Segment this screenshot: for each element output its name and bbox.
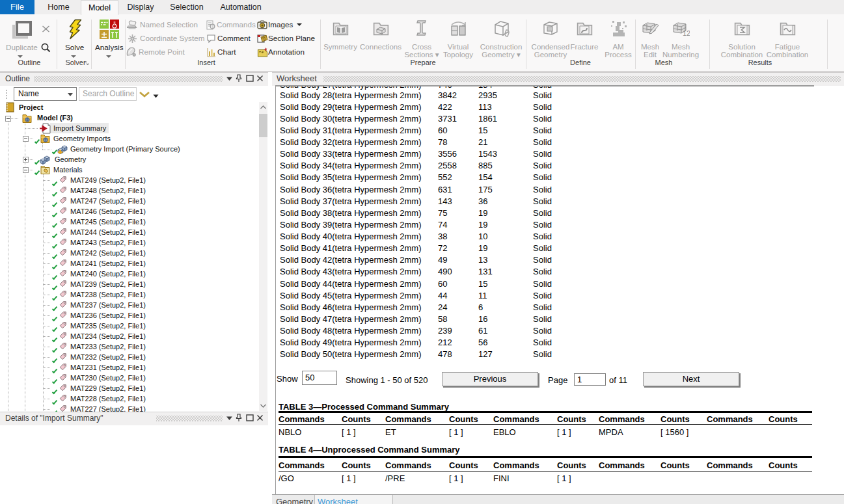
svg-text:12: 12 bbox=[683, 29, 690, 37]
